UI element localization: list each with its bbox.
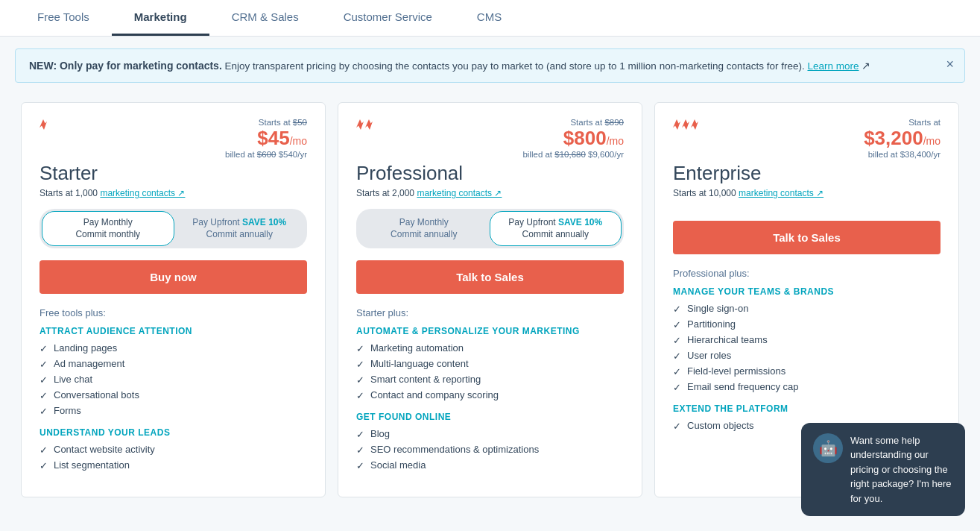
card-pricing: Starts at $890 $800/mo billed at $10,680… [522, 118, 624, 159]
starts-at-label: Starts at $50 [225, 118, 307, 127]
spark-icon [39, 119, 47, 130]
card-icon [39, 119, 47, 130]
check-icon: ✓ [673, 382, 681, 393]
feature-text: Single sign-on [687, 303, 748, 314]
card-icon [356, 119, 373, 130]
chat-widget[interactable]: 🤖 Want some help understanding our prici… [801, 423, 965, 513]
spark-icon [682, 119, 689, 130]
feature-text: Landing pages [54, 342, 117, 354]
check-icon: ✓ [673, 335, 681, 346]
card-header: Starts at $890 $800/mo billed at $10,680… [356, 118, 624, 159]
pay-monthly-btn[interactable]: Pay MonthlyCommit monthly [42, 211, 174, 246]
feature-section-title: AUTOMATE & PERSONALIZE YOUR MARKETING [356, 326, 624, 336]
spark-icon [691, 119, 698, 130]
check-icon: ✓ [356, 460, 364, 471]
feature-item: ✓Live chat [39, 374, 307, 386]
check-icon: ✓ [356, 444, 364, 456]
card-name: Enterprise [673, 162, 941, 185]
contacts-link[interactable]: marketing contacts ↗ [100, 188, 185, 198]
check-icon: ✓ [39, 444, 48, 456]
feature-item: ✓Hierarchical teams [673, 334, 941, 346]
check-icon: ✓ [39, 390, 48, 401]
feature-item: ✓Conversational bots [39, 389, 307, 401]
feature-list: ✓Blog✓SEO recommendations & optimization… [356, 428, 624, 471]
feature-item: ✓Social media [356, 459, 624, 471]
feature-item: ✓User roles [673, 350, 941, 362]
billed-at: billed at $10,680 $9,600/yr [522, 150, 624, 159]
feature-item: ✓Field-level permissions [673, 365, 941, 377]
feature-item: ✓Contact website activity [39, 444, 307, 456]
check-icon: ✓ [39, 343, 48, 354]
nav-tab-crm-sales[interactable]: CRM & Sales [209, 0, 321, 36]
nav-tabs: Free ToolsMarketingCRM & SalesCustomer S… [0, 0, 980, 37]
nav-bar: Free ToolsMarketingCRM & SalesCustomer S… [0, 0, 980, 37]
contacts-link[interactable]: marketing contacts ↗ [417, 188, 502, 198]
chat-avatar: 🤖 [813, 433, 843, 463]
feature-list: ✓Landing pages✓Ad management✓Live chat✓C… [39, 342, 307, 417]
pay-monthly-btn[interactable]: Pay MonthlyCommit annually [358, 211, 490, 246]
feature-item: ✓SEO recommendations & optimizations [356, 444, 624, 456]
nav-tab-marketing[interactable]: Marketing [112, 0, 209, 36]
feature-item: ✓Contact and company scoring [356, 389, 624, 401]
feature-item: ✓Multi-language content [356, 358, 624, 370]
feature-item: ✓Partitioning [673, 318, 941, 330]
feature-text: Smart content & reporting [370, 374, 481, 385]
pay-upfront-btn[interactable]: Pay Upfront SAVE 10%Commit annually [490, 211, 622, 246]
feature-section-title: ATTRACT AUDIENCE ATTENTION [39, 326, 307, 336]
feature-text: User roles [687, 350, 731, 361]
contacts-line: Starts at 2,000 marketing contacts ↗ [356, 188, 624, 198]
nav-tab-cms[interactable]: CMS [455, 0, 524, 36]
check-icon: ✓ [356, 359, 364, 370]
feature-text: Custom objects [687, 420, 754, 431]
banner-close-button[interactable]: × [946, 57, 954, 72]
billed-at: billed at $38,400/yr [864, 150, 941, 159]
feature-text: Marketing automation [370, 342, 464, 354]
card-icon [673, 119, 698, 130]
contacts-line: Starts at 1,000 marketing contacts ↗ [39, 188, 307, 198]
feature-item: ✓Email send frequency cap [673, 381, 941, 393]
banner-link[interactable]: Learn more [807, 60, 859, 72]
feature-item: ✓Blog [356, 428, 624, 440]
contacts-link[interactable]: marketing contacts ↗ [739, 188, 823, 198]
price-main: $3,200/mo [864, 127, 941, 150]
check-icon: ✓ [39, 359, 48, 370]
plus-line: Professional plus: [673, 268, 941, 279]
cta-button[interactable]: Buy now [39, 260, 307, 294]
banner-bold: NEW: Only pay for marketing contacts. [29, 60, 222, 72]
feature-text: Partitioning [687, 318, 736, 330]
feature-text: Email send frequency cap [687, 381, 799, 392]
feature-text: Multi-language content [370, 358, 469, 369]
billing-toggle[interactable]: Pay MonthlyCommit monthly Pay Upfront SA… [39, 209, 307, 248]
feature-list: ✓Single sign-on✓Partitioning✓Hierarchica… [673, 303, 941, 393]
feature-item: ✓Smart content & reporting [356, 374, 624, 386]
check-icon: ✓ [356, 429, 364, 440]
check-icon: ✓ [673, 351, 681, 362]
feature-text: Ad management [54, 358, 124, 369]
check-icon: ✓ [356, 390, 364, 401]
price-main: $45/mo [225, 127, 307, 150]
check-icon: ✓ [673, 366, 681, 377]
nav-tab-free-tools[interactable]: Free Tools [15, 0, 112, 36]
cta-button[interactable]: Talk to Sales [356, 260, 624, 294]
check-icon: ✓ [673, 304, 681, 315]
feature-text: Field-level permissions [687, 365, 785, 377]
feature-list: ✓Marketing automation✓Multi-language con… [356, 342, 624, 401]
nav-tab-customer-service[interactable]: Customer Service [321, 0, 455, 36]
billed-at: billed at $600 $540/yr [225, 150, 307, 159]
spark-icon [356, 119, 364, 130]
plus-line: Starter plus: [356, 307, 624, 318]
card-name: Professional [356, 162, 624, 185]
check-icon: ✓ [39, 374, 48, 386]
pay-upfront-btn[interactable]: Pay Upfront SAVE 10%Commit annually [174, 211, 306, 246]
contacts-line: Starts at 10,000 marketing contacts ↗ [673, 188, 941, 198]
feature-text: SEO recommendations & optimizations [370, 444, 539, 455]
billing-toggle[interactable]: Pay MonthlyCommit annually Pay Upfront S… [356, 209, 624, 248]
feature-item: ✓Marketing automation [356, 342, 624, 354]
starts-at-label: Starts at [864, 118, 941, 127]
feature-section-title: MANAGE YOUR TEAMS & BRANDS [673, 286, 941, 297]
card-pricing: Starts at $3,200/mo billed at $38,400/yr [864, 118, 941, 159]
card-starter: Starts at $50 $45/mo billed at $600 $540… [21, 102, 326, 497]
feature-section-title: EXTEND THE PLATFORM [673, 403, 941, 414]
banner-text: Enjoy transparent pricing by choosing th… [225, 60, 805, 72]
cta-button[interactable]: Talk to Sales [673, 221, 941, 254]
